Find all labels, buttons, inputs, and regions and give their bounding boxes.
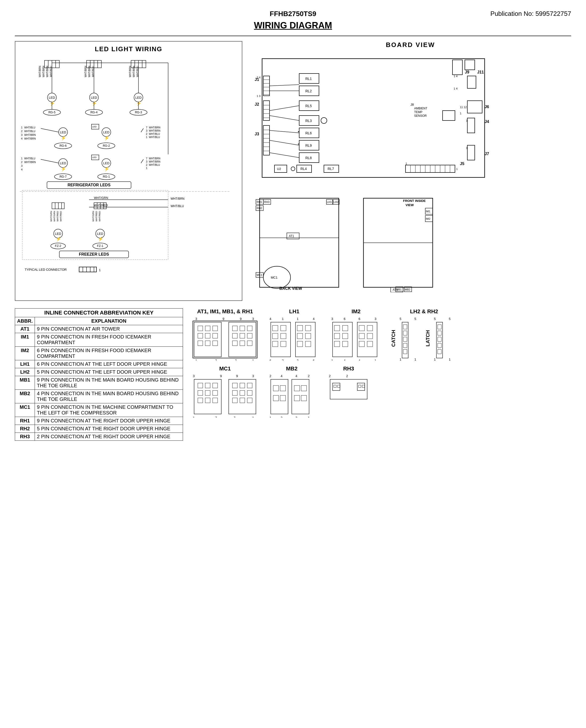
svg-text:FRONT INSIDE: FRONT INSIDE: [403, 199, 426, 203]
svg-text:RG-6: RG-6: [60, 144, 67, 148]
svg-rect-320: [305, 341, 311, 347]
svg-text:1: 1: [456, 168, 458, 171]
back-view: RH1 RH3 RH2 LH1 LH2 MC1: [250, 193, 349, 293]
rh3-svg: 2 2: [324, 373, 373, 418]
svg-text:4: 4: [281, 374, 283, 378]
svg-line-232: [269, 106, 299, 110]
lh2-rh2-connectors: CATCH 5 5 1 1: [391, 316, 457, 360]
svg-text:WHT/BRN: WHT/BRN: [149, 129, 160, 132]
svg-rect-386: [240, 391, 245, 396]
connector-at1-label: AT1, IM1, MB1, & RH1: [197, 308, 253, 315]
svg-rect-228: [467, 145, 475, 160]
svg-text:LED: LED: [92, 125, 97, 128]
svg-text:WHT/BRN: WHT/BRN: [84, 66, 87, 77]
svg-text:RH3: RH3: [264, 200, 269, 203]
svg-rect-377: [213, 391, 218, 396]
svg-text:LED: LED: [60, 161, 66, 165]
svg-text:LED: LED: [91, 96, 97, 99]
connector-rh3-label: RH3: [343, 366, 354, 372]
svg-rect-357: [436, 322, 443, 358]
svg-text:1: 1: [375, 359, 376, 360]
svg-rect-338: [367, 325, 373, 331]
svg-text:WHT/BLU: WHT/BLU: [24, 157, 35, 160]
svg-rect-108: [52, 203, 64, 209]
svg-text:RL9: RL9: [305, 144, 312, 148]
svg-line-144: [141, 128, 143, 132]
svg-rect-287: [205, 341, 210, 346]
svg-rect-286: [198, 341, 203, 346]
svg-text:WHT/BRN: WHT/BRN: [24, 161, 36, 164]
abbrev-code: RH2: [15, 425, 35, 433]
svg-text:RL1: RL1: [305, 77, 312, 81]
svg-rect-292: [247, 326, 252, 331]
svg-text:WHT/BRN: WHT/BRN: [24, 137, 36, 140]
page: FFHB2750TS9 Publication No: 5995722757 W…: [0, 0, 586, 728]
svg-text:1: 1: [99, 268, 101, 272]
connector-lh1-label: LH1: [289, 308, 299, 315]
svg-text:1: 1: [195, 359, 197, 360]
svg-rect-280: [198, 326, 203, 331]
connector-mb2-label: MB2: [286, 366, 297, 372]
svg-rect-148: [452, 60, 462, 75]
svg-rect-401: [280, 385, 286, 391]
svg-text:1 4: 1 4: [454, 87, 457, 90]
svg-text:2: 2: [308, 374, 310, 378]
led-wiring-title: LED LIGHT WIRING: [19, 45, 238, 53]
svg-text:3: 3: [375, 317, 376, 321]
svg-text:WHT/GRN: WHT/GRN: [92, 211, 95, 222]
svg-text:2: 2: [21, 130, 23, 133]
svg-text:REFRIGERATOR LEDS: REFRIGERATOR LEDS: [68, 183, 110, 187]
svg-text:TYPICAL LED CONNECTOR: TYPICAL LED CONNECTOR: [25, 268, 67, 272]
svg-rect-348: [403, 325, 407, 329]
svg-text:U2: U2: [277, 167, 281, 171]
svg-rect-340: [367, 333, 373, 339]
svg-text:RH2: RH2: [257, 207, 262, 209]
svg-text:RL8: RL8: [305, 156, 312, 160]
publication-number: Publication No: 5995722757: [386, 10, 571, 18]
svg-text:RG-2: RG-2: [103, 144, 110, 148]
svg-text:1: 1: [146, 135, 148, 139]
svg-rect-358: [438, 325, 441, 329]
svg-rect-373: [205, 383, 210, 388]
svg-rect-371: [194, 379, 221, 414]
svg-text:RL4: RL4: [300, 167, 307, 171]
svg-rect-416: [358, 385, 361, 387]
svg-text:RG-1: RG-1: [103, 175, 110, 178]
svg-rect-382: [233, 383, 237, 388]
svg-text:WHT/BLU: WHT/BLU: [24, 126, 35, 129]
abbrev-table-title: INLINE CONNECTOR ABBREVIATION KEY: [15, 308, 183, 317]
svg-rect-310: [272, 333, 278, 339]
svg-text:RL2: RL2: [305, 89, 312, 93]
svg-text:LED: LED: [92, 156, 97, 159]
svg-text:J7: J7: [485, 152, 489, 156]
svg-rect-168: [467, 101, 482, 113]
svg-rect-347: [402, 322, 408, 358]
svg-text:WHT/BRN: WHT/BRN: [149, 157, 160, 160]
svg-text:IM2: IM2: [426, 217, 430, 220]
svg-text:⚡: ⚡: [56, 236, 61, 242]
svg-text:1: 1: [21, 126, 23, 129]
svg-text:RL5: RL5: [305, 104, 312, 108]
svg-rect-351: [403, 343, 407, 348]
svg-rect-319: [297, 341, 303, 347]
svg-text:WHT/BRN: WHT/BRN: [170, 197, 184, 200]
abbrev-code: RH1: [15, 417, 35, 425]
svg-text:1: 1: [282, 317, 284, 321]
svg-text:7: 7: [234, 416, 235, 418]
svg-text:9: 9: [236, 374, 238, 378]
svg-text:1: 1: [331, 359, 333, 360]
svg-rect-291: [240, 326, 245, 331]
abbrev-col-header: ABBR.: [15, 317, 35, 325]
svg-text:1: 1: [460, 112, 461, 115]
connector-at1: AT1, IM1, MB1, & RH1 3 9 9 3 1 7 7 1: [190, 308, 260, 360]
connector-row-2: MC1 3 9 9 3 1 7 7 1: [190, 366, 571, 418]
svg-text:RG-7: RG-7: [60, 175, 67, 178]
svg-text:1 4: 1 4: [454, 75, 457, 78]
svg-rect-318: [305, 333, 311, 339]
svg-line-235: [269, 140, 299, 145]
svg-text:AT1: AT1: [289, 234, 294, 238]
svg-rect-342: [367, 341, 373, 347]
abbrev-explanation: 6 PIN CONNECTION AT THE LEFT DOOR UPPER …: [35, 360, 183, 368]
svg-text:7: 7: [146, 126, 148, 129]
svg-line-233: [269, 116, 299, 121]
